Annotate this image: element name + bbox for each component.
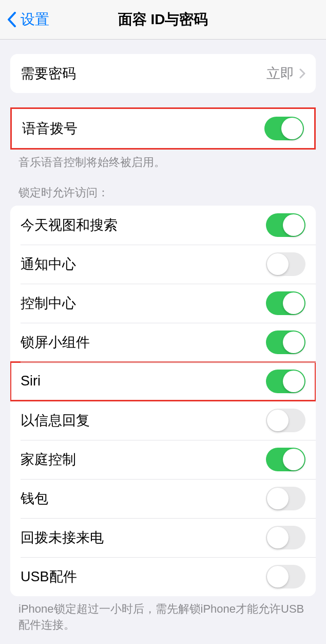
locked-access-toggle[interactable] — [266, 213, 305, 237]
toggle-knob — [283, 214, 304, 236]
toggle-knob — [267, 488, 289, 509]
require-passcode-label: 需要密码 — [21, 64, 76, 83]
locked-access-label: 钱包 — [21, 489, 48, 508]
locked-access-header: 锁定时允许访问： — [18, 185, 308, 200]
locked-access-toggle[interactable] — [266, 409, 305, 432]
locked-access-row: USB配件 — [10, 557, 316, 596]
voice-dial-footer: 音乐语音控制将始终被启用。 — [18, 155, 308, 171]
chevron-left-icon — [7, 12, 16, 27]
locked-access-label: 以信息回复 — [21, 411, 90, 430]
locked-access-label: USB配件 — [21, 567, 77, 586]
locked-access-label: 家庭控制 — [21, 450, 76, 469]
nav-bar: 设置 面容 ID与密码 — [0, 0, 326, 40]
locked-access-toggle[interactable] — [266, 565, 305, 588]
locked-access-row: 锁屏小组件 — [10, 323, 316, 362]
chevron-right-icon — [299, 68, 305, 79]
locked-access-row: 回拨未接来电 — [10, 518, 316, 557]
back-button[interactable]: 设置 — [0, 10, 49, 29]
locked-access-row: 家庭控制 — [10, 440, 316, 479]
require-passcode-row[interactable]: 需要密码 立即 — [10, 54, 316, 93]
toggle-knob — [283, 332, 304, 353]
locked-access-toggle[interactable] — [266, 526, 305, 549]
toggle-knob — [267, 527, 289, 548]
locked-access-label: 锁屏小组件 — [21, 333, 90, 352]
page-title: 面容 ID与密码 — [118, 10, 208, 29]
locked-access-row: 以信息回复 — [10, 401, 316, 440]
locked-access-label: 控制中心 — [21, 294, 76, 312]
group-voice-dial: 语音拨号 — [10, 107, 316, 150]
locked-access-row: 通知中心 — [10, 245, 316, 284]
locked-access-toggle[interactable] — [266, 291, 305, 315]
toggle-knob — [267, 566, 289, 587]
locked-access-row: Siri — [10, 362, 316, 401]
locked-access-toggle[interactable] — [266, 330, 305, 354]
group-locked-access: 今天视图和搜索通知中心控制中心锁屏小组件Siri以信息回复家庭控制钱包回拨未接来… — [10, 206, 316, 596]
voice-dial-toggle[interactable] — [264, 117, 304, 140]
locked-access-row: 控制中心 — [10, 284, 316, 323]
locked-access-footer: iPhone锁定超过一小时后，需先解锁iPhone才能允许USB 配件连接。 — [18, 601, 308, 633]
group-passcode: 需要密码 立即 — [10, 54, 316, 93]
toggle-knob — [281, 118, 303, 139]
require-passcode-value: 立即 — [266, 64, 294, 83]
locked-access-toggle[interactable] — [266, 252, 305, 276]
toggle-knob — [267, 410, 289, 431]
back-label: 设置 — [21, 10, 49, 29]
locked-access-toggle[interactable] — [266, 448, 305, 471]
toggle-knob — [283, 292, 304, 314]
voice-dial-row: 语音拨号 — [12, 109, 314, 148]
locked-access-toggle[interactable] — [266, 370, 305, 393]
locked-access-label: 今天视图和搜索 — [21, 216, 118, 234]
toggle-knob — [267, 253, 289, 275]
toggle-knob — [283, 371, 304, 392]
content: 需要密码 立即 语音拨号 音乐语音控制将始终被启用。 锁定时允许访问： 今天视图… — [0, 54, 326, 633]
locked-access-label: 回拨未接来电 — [21, 528, 104, 547]
row-value: 立即 — [266, 64, 305, 83]
locked-access-label: 通知中心 — [21, 255, 76, 273]
locked-access-row: 今天视图和搜索 — [10, 206, 316, 245]
toggle-knob — [283, 449, 304, 470]
voice-dial-label: 语音拨号 — [22, 119, 78, 138]
locked-access-toggle[interactable] — [266, 487, 305, 510]
locked-access-label: Siri — [21, 373, 41, 389]
locked-access-row: 钱包 — [10, 479, 316, 518]
